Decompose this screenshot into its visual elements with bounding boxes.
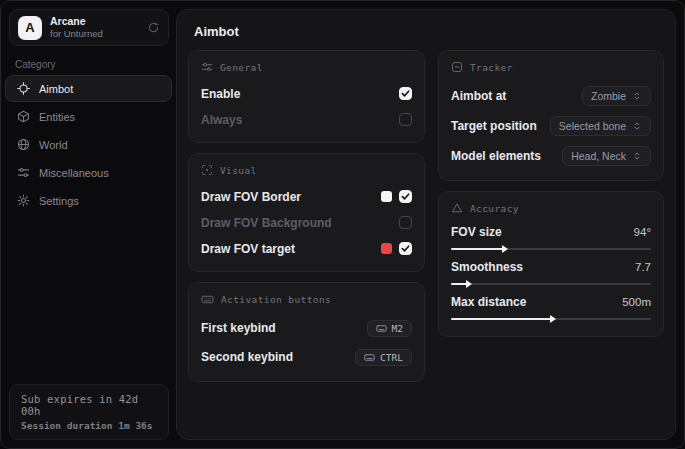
- sidebar-item-label: Settings: [39, 195, 79, 207]
- smoothness-slider[interactable]: [451, 283, 651, 285]
- app-logo: A: [18, 16, 42, 40]
- setting-label: Enable: [201, 87, 240, 101]
- sidebar-item-settings[interactable]: Settings: [5, 187, 172, 214]
- chevrons-up-down-icon: [632, 121, 642, 131]
- smoothness-group: Smoothness 7.7: [451, 259, 651, 285]
- second-keybind-button[interactable]: CTRL: [355, 349, 412, 366]
- main-panel: Aimbot General Enable: [176, 9, 676, 440]
- tracker-icon: [451, 61, 463, 73]
- sidebar-item-label: Miscellaneous: [39, 167, 109, 179]
- setting-row-second-keybind: Second keybind CTRL: [201, 345, 412, 369]
- setting-label: Draw FOV target: [201, 242, 295, 256]
- setting-row-fov-border: Draw FOV Border: [201, 186, 412, 207]
- tracker-card: Tracker Aimbot at Zombie Target position: [438, 50, 664, 181]
- first-keybind-button[interactable]: M2: [367, 320, 412, 337]
- globe-icon: [17, 138, 30, 151]
- sidebar-item-miscellaneous[interactable]: Miscellaneous: [5, 159, 172, 186]
- fov-size-value: 94°: [634, 226, 651, 238]
- setting-label: Always: [201, 113, 242, 127]
- card-title: General: [220, 62, 263, 73]
- max-distance-value: 500m: [622, 296, 651, 308]
- target-position-select[interactable]: Selected bone: [550, 116, 651, 136]
- setting-label: Draw FOV Border: [201, 190, 301, 204]
- select-value: Head, Neck: [571, 150, 626, 162]
- slider-fill: [451, 283, 467, 285]
- fov-border-color-swatch[interactable]: [381, 191, 392, 202]
- app-subtitle: for Unturned: [50, 29, 139, 39]
- fov-target-color-swatch[interactable]: [381, 243, 392, 254]
- setting-row-first-keybind: First keybind M2: [201, 316, 412, 340]
- triangle-icon: [451, 202, 463, 214]
- setting-row-model-elements: Model elements Head, Neck: [451, 143, 651, 168]
- sidebar-nav: Aimbot Entities World Miscellaneous: [5, 75, 172, 214]
- chevrons-up-down-icon: [632, 151, 642, 161]
- select-value: Selected bone: [559, 120, 626, 132]
- page-title: Aimbot: [194, 24, 675, 39]
- activation-card: Activation buttons First keybind M2 Seco…: [188, 282, 425, 382]
- sidebar-item-label: Aimbot: [39, 83, 73, 95]
- app-name: Arcane: [50, 16, 139, 28]
- keybind-value: M2: [392, 323, 403, 334]
- setting-label: Aimbot at: [451, 89, 506, 103]
- setting-row-fov-background: Draw FOV Background: [201, 212, 412, 233]
- crosshair-icon: [17, 82, 30, 95]
- aimbot-at-select[interactable]: Zombie: [582, 86, 651, 106]
- slider-fill: [451, 318, 551, 320]
- sidebar-item-entities[interactable]: Entities: [5, 103, 172, 130]
- keyboard-icon: [364, 352, 375, 363]
- setting-row-target-position: Target position Selected bone: [451, 113, 651, 138]
- gear-icon: [17, 194, 30, 207]
- sliders-icon: [17, 166, 30, 179]
- general-card: General Enable Always: [188, 50, 425, 143]
- sidebar-item-label: Entities: [39, 111, 75, 123]
- chevrons-up-down-icon: [632, 91, 642, 101]
- app-window: A Arcane for Unturned Category Aimbot: [0, 0, 685, 449]
- fov-border-checkbox[interactable]: [399, 190, 412, 203]
- sidebar-item-world[interactable]: World: [5, 131, 172, 158]
- setting-row-fov-target: Draw FOV target: [201, 238, 412, 259]
- setting-label: Draw FOV Background: [201, 216, 332, 230]
- setting-row-aimbot-at: Aimbot at Zombie: [451, 83, 651, 108]
- setting-row-enable: Enable: [201, 83, 412, 104]
- subscription-card: Sub expires in 42d 00h Session duration …: [9, 384, 169, 440]
- setting-label: FOV size: [451, 225, 502, 239]
- fov-size-group: FOV size 94°: [451, 224, 651, 250]
- model-elements-select[interactable]: Head, Neck: [562, 146, 651, 166]
- select-value: Zombie: [591, 90, 626, 102]
- visual-icon: [201, 164, 213, 176]
- fov-target-checkbox[interactable]: [399, 242, 412, 255]
- keyboard-icon: [376, 323, 387, 334]
- smoothness-value: 7.7: [635, 261, 651, 273]
- category-label: Category: [15, 59, 176, 70]
- setting-label: Second keybind: [201, 350, 293, 364]
- fov-size-slider[interactable]: [451, 248, 651, 250]
- keyboard-icon: [201, 293, 214, 306]
- setting-row-always: Always: [201, 109, 412, 130]
- setting-label: Max distance: [451, 295, 526, 309]
- setting-label: Model elements: [451, 149, 541, 163]
- card-title: Activation buttons: [221, 294, 331, 305]
- sidebar-item-aimbot[interactable]: Aimbot: [5, 75, 172, 102]
- setting-label: Smoothness: [451, 260, 523, 274]
- sub-expiry-text: Sub expires in 42d 00h: [21, 393, 157, 417]
- brand-card: A Arcane for Unturned: [9, 9, 169, 46]
- visual-card: Visual Draw FOV Border Draw FOV Backgrou…: [188, 153, 425, 272]
- slider-fill: [451, 248, 503, 250]
- sidebar-item-label: World: [39, 139, 68, 151]
- fov-background-checkbox[interactable]: [399, 216, 412, 229]
- cube-icon: [17, 110, 30, 123]
- setting-label: First keybind: [201, 321, 276, 335]
- sidebar: A Arcane for Unturned Category Aimbot: [1, 1, 176, 448]
- card-title: Tracker: [470, 62, 513, 73]
- setting-label: Target position: [451, 119, 537, 133]
- always-checkbox[interactable]: [399, 113, 412, 126]
- card-title: Visual: [220, 165, 257, 176]
- session-duration-text: Session duration 1m 36s: [21, 420, 157, 431]
- max-distance-slider[interactable]: [451, 318, 651, 320]
- accuracy-card: Accuracy FOV size 94° Smoothness: [438, 191, 664, 337]
- enable-checkbox[interactable]: [399, 87, 412, 100]
- card-title: Accuracy: [470, 203, 519, 214]
- max-distance-group: Max distance 500m: [451, 294, 651, 320]
- refresh-icon[interactable]: [147, 21, 160, 34]
- general-icon: [201, 61, 213, 73]
